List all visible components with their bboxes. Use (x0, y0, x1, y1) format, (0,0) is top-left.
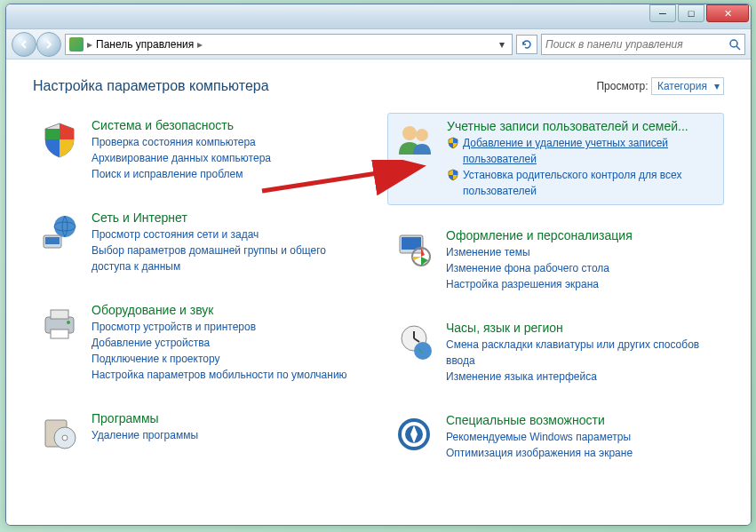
category-link[interactable]: Изменение языка интерфейса (446, 369, 719, 385)
content: Настройка параметров компьютера Просмотр… (6, 60, 751, 525)
category-link[interactable]: Выбор параметров домашней группы и общег… (92, 242, 364, 274)
svg-point-9 (67, 321, 70, 324)
shield-icon (38, 118, 81, 161)
category-link[interactable]: Архивирование данных компьютера (92, 150, 364, 166)
search-icon[interactable] (728, 38, 741, 51)
category-link[interactable]: Просмотр состояния сети и задач (92, 226, 364, 242)
category-title[interactable]: Оборудование и звук (92, 303, 364, 317)
category-link[interactable]: Смена раскладки клавиатуры или других сп… (446, 337, 719, 369)
category-link[interactable]: Удаление программы (92, 427, 364, 443)
category-appearance: Оформление и персонализация Изменение те… (387, 223, 724, 298)
svg-point-0 (730, 40, 737, 47)
ease-of-access-icon (393, 413, 435, 456)
category-programs: Программы Удаление программы (33, 406, 370, 459)
titlebar: ─ □ ✕ (6, 4, 751, 29)
svg-point-21 (414, 342, 432, 360)
uac-shield-icon (447, 137, 459, 149)
category-link[interactable]: Настройка параметров мобильности по умол… (92, 367, 364, 383)
arrow-right-icon (44, 39, 54, 50)
category-link[interactable]: Изменение темы (446, 244, 719, 260)
category-link-parental-controls[interactable]: Установка родительского контроля для все… (447, 167, 718, 199)
category-network: Сеть и Интернет Просмотр состояния сети … (33, 205, 370, 280)
category-link[interactable]: Добавление устройства (92, 335, 364, 351)
category-title[interactable]: Специальные возможности (446, 413, 719, 427)
navbar: ▸ Панель управления ▸ ▾ (6, 29, 751, 60)
category-ease: Специальные возможности Рекомендуемые Wi… (387, 408, 724, 466)
category-title[interactable]: Сеть и Интернет (92, 210, 364, 225)
refresh-button[interactable] (516, 35, 537, 54)
window: ─ □ ✕ ▸ Панель управления ▸ ▾ (5, 4, 752, 526)
svg-line-1 (736, 46, 740, 50)
arrow-left-icon (19, 39, 29, 50)
category-title[interactable]: Оформление и персонализация (446, 228, 719, 242)
category-title[interactable]: Система и безопасность (92, 118, 364, 132)
globe-network-icon (38, 210, 81, 253)
svg-rect-8 (51, 330, 68, 338)
category-link[interactable]: Проверка состояния компьютера (92, 134, 364, 150)
category-title[interactable]: Учетные записи пользователей и семей... (447, 119, 718, 133)
search-bar[interactable] (541, 34, 745, 55)
svg-rect-7 (51, 310, 68, 319)
users-icon (394, 119, 436, 162)
svg-point-13 (402, 126, 417, 140)
category-link[interactable]: Подключение к проектору (92, 351, 364, 367)
clock-globe-icon (393, 321, 435, 363)
category-link[interactable]: Изменение фона рабочего стола (446, 260, 719, 276)
category-link-add-remove-accounts[interactable]: Добавление и удаление учетных записей по… (447, 135, 718, 167)
category-title[interactable]: Программы (92, 411, 364, 425)
svg-rect-5 (45, 237, 60, 244)
printer-icon (38, 303, 81, 345)
category-accounts: Учетные записи пользователей и семей... … (387, 113, 724, 205)
left-column: Система и безопасность Проверка состояни… (33, 113, 370, 484)
close-button[interactable]: ✕ (706, 4, 749, 22)
category-system: Система и безопасность Проверка состояни… (33, 113, 370, 187)
category-clock: Часы, язык и регион Смена раскладки клав… (387, 315, 724, 390)
right-column: Учетные записи пользователей и семей... … (387, 113, 724, 484)
minimize-button[interactable]: ─ (649, 4, 676, 22)
category-title[interactable]: Часы, язык и регион (446, 321, 719, 335)
search-input[interactable] (545, 38, 728, 51)
link-text: Установка родительского контроля для все… (463, 167, 718, 199)
chevron-right-icon: ▸ (87, 38, 92, 51)
forward-button[interactable] (36, 32, 61, 57)
svg-point-2 (54, 216, 76, 237)
category-link[interactable]: Рекомендуемые Windows параметры (446, 429, 719, 445)
view-label: Просмотр: (596, 80, 648, 92)
maximize-button[interactable]: □ (678, 4, 704, 22)
refresh-icon (521, 38, 533, 51)
svg-point-12 (62, 435, 68, 441)
category-link[interactable]: Оптимизация изображения на экране (446, 445, 719, 461)
nav-arrows (12, 32, 61, 57)
disc-box-icon (38, 411, 81, 454)
link-text: Добавление и удаление учетных записей по… (463, 135, 718, 167)
category-link[interactable]: Просмотр устройств и принтеров (92, 319, 364, 335)
breadcrumb-item[interactable]: Панель управления (96, 38, 194, 51)
chevron-right-icon: ▸ (197, 38, 203, 51)
category-columns: Система и безопасность Проверка состояни… (33, 113, 724, 484)
header-row: Настройка параметров компьютера Просмотр… (33, 77, 724, 95)
uac-shield-icon (447, 169, 459, 181)
category-link[interactable]: Настройка разрешения экрана (446, 276, 719, 292)
category-hardware: Оборудование и звук Просмотр устройств и… (33, 298, 370, 388)
breadcrumb[interactable]: ▸ Панель управления ▸ ▾ (65, 34, 513, 55)
view-control: Просмотр: Категория (596, 77, 724, 95)
svg-point-14 (416, 129, 428, 141)
page-title: Настройка параметров компьютера (33, 78, 269, 94)
appearance-icon (393, 228, 435, 271)
view-select[interactable]: Категория (651, 77, 724, 95)
category-link[interactable]: Поиск и исправление проблем (92, 166, 364, 182)
back-button[interactable] (12, 32, 36, 57)
breadcrumb-dropdown[interactable]: ▾ (496, 38, 508, 51)
control-panel-icon (69, 37, 84, 52)
